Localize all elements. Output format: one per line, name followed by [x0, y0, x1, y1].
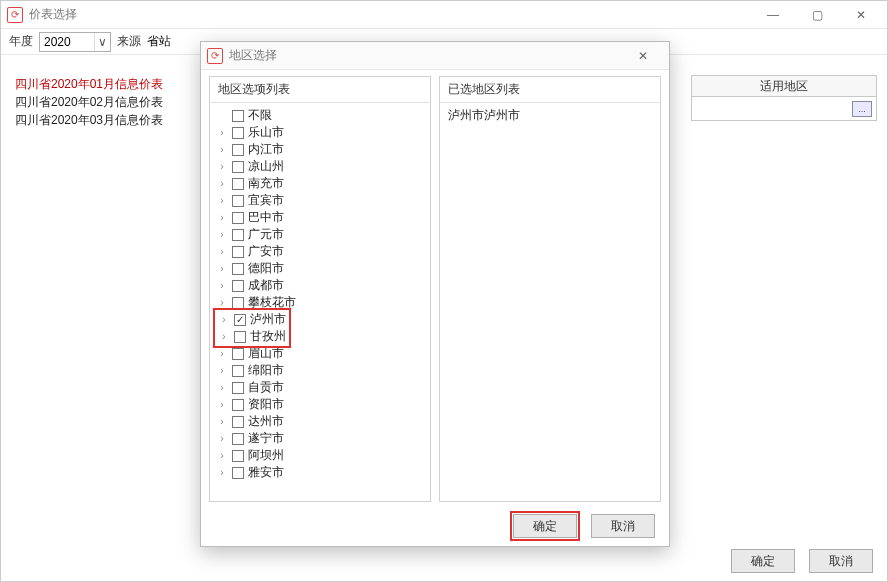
expand-icon[interactable]: ›: [216, 141, 228, 158]
close-button[interactable]: ✕: [839, 2, 883, 28]
expand-icon[interactable]: ›: [218, 328, 230, 345]
year-input[interactable]: [40, 33, 94, 51]
region-label: 内江市: [248, 141, 284, 158]
region-tree-node[interactable]: 不限: [216, 107, 428, 124]
maximize-button[interactable]: ▢: [795, 2, 839, 28]
parent-ok-button[interactable]: 确定: [731, 549, 795, 573]
options-panel: 地区选项列表 不限›乐山市›内江市›凉山州›南充市›宜宾市›巴中市›广元市›广安…: [209, 76, 431, 502]
dialog-close-button[interactable]: ✕: [621, 43, 665, 69]
expand-icon[interactable]: ›: [216, 158, 228, 175]
region-label: 自贡市: [248, 379, 284, 396]
region-checkbox[interactable]: [232, 280, 244, 292]
region-checkbox[interactable]: [234, 331, 246, 343]
region-checkbox[interactable]: [232, 297, 244, 309]
options-head: 地区选项列表: [210, 77, 430, 103]
price-table-row[interactable]: 四川省2020年02月信息价表: [15, 93, 199, 111]
region-checkbox[interactable]: [232, 229, 244, 241]
expand-icon[interactable]: ›: [216, 430, 228, 447]
region-tree-node[interactable]: ›甘孜州: [218, 328, 286, 345]
region-tree-node[interactable]: ›泸州市: [218, 311, 286, 328]
year-combo[interactable]: ∨: [39, 32, 111, 52]
region-tree[interactable]: 不限›乐山市›内江市›凉山州›南充市›宜宾市›巴中市›广元市›广安市›德阳市›成…: [210, 103, 430, 501]
region-tree-node[interactable]: ›内江市: [216, 141, 428, 158]
region-tree-node[interactable]: ›达州市: [216, 413, 428, 430]
region-label: 不限: [248, 107, 272, 124]
region-tree-node[interactable]: ›凉山州: [216, 158, 428, 175]
region-checkbox[interactable]: [232, 195, 244, 207]
region-checkbox[interactable]: [232, 161, 244, 173]
region-checkbox[interactable]: [232, 416, 244, 428]
region-checkbox[interactable]: [232, 246, 244, 258]
region-checkbox[interactable]: [232, 382, 244, 394]
region-tree-node[interactable]: ›广安市: [216, 243, 428, 260]
region-checkbox[interactable]: [232, 144, 244, 156]
expand-icon[interactable]: ›: [216, 294, 228, 311]
expand-icon[interactable]: ›: [216, 243, 228, 260]
region-tree-node[interactable]: ›眉山市: [216, 345, 428, 362]
region-checkbox[interactable]: [232, 433, 244, 445]
expand-icon[interactable]: ›: [216, 192, 228, 209]
region-tree-node[interactable]: ›乐山市: [216, 124, 428, 141]
region-tree-node[interactable]: ›广元市: [216, 226, 428, 243]
region-select-dialog: ⟳ 地区选择 ✕ 地区选项列表 不限›乐山市›内江市›凉山州›南充市›宜宾市›巴…: [200, 41, 670, 547]
region-checkbox[interactable]: [232, 110, 244, 122]
expand-icon[interactable]: ›: [216, 260, 228, 277]
dialog-cancel-button[interactable]: 取消: [591, 514, 655, 538]
region-checkbox[interactable]: [232, 178, 244, 190]
region-tree-node[interactable]: ›成都市: [216, 277, 428, 294]
area-value-cell: ...: [691, 97, 877, 121]
expand-icon[interactable]: ›: [216, 124, 228, 141]
region-checkbox[interactable]: [232, 263, 244, 275]
region-label: 达州市: [248, 413, 284, 430]
source-value: 省站: [147, 33, 171, 50]
expand-icon[interactable]: ›: [216, 464, 228, 481]
expand-icon[interactable]: ›: [216, 345, 228, 362]
caret-down-icon[interactable]: ∨: [94, 33, 110, 51]
area-header-block: 适用地区 ...: [691, 75, 877, 127]
region-tree-node[interactable]: ›自贡市: [216, 379, 428, 396]
region-tree-node[interactable]: ›南充市: [216, 175, 428, 192]
region-label: 遂宁市: [248, 430, 284, 447]
region-checkbox[interactable]: [232, 127, 244, 139]
region-checkbox[interactable]: [232, 450, 244, 462]
region-label: 宜宾市: [248, 192, 284, 209]
price-table-row[interactable]: 四川省2020年01月信息价表: [15, 75, 199, 93]
region-checkbox[interactable]: [232, 212, 244, 224]
region-tree-node[interactable]: ›巴中市: [216, 209, 428, 226]
expand-icon[interactable]: ›: [216, 226, 228, 243]
region-tree-node[interactable]: ›资阳市: [216, 396, 428, 413]
dialog-titlebar: ⟳ 地区选择 ✕: [201, 42, 669, 70]
minimize-button[interactable]: —: [751, 2, 795, 28]
region-label: 泸州市: [250, 311, 286, 328]
expand-icon[interactable]: ›: [216, 447, 228, 464]
region-checkbox[interactable]: [232, 399, 244, 411]
region-checkbox[interactable]: [232, 348, 244, 360]
region-label: 甘孜州: [250, 328, 286, 345]
expand-icon[interactable]: ›: [216, 379, 228, 396]
dialog-title: 地区选择: [229, 47, 277, 64]
region-tree-node[interactable]: ›攀枝花市: [216, 294, 428, 311]
region-checkbox[interactable]: [232, 365, 244, 377]
expand-icon[interactable]: ›: [216, 362, 228, 379]
expand-icon[interactable]: ›: [216, 396, 228, 413]
parent-cancel-button[interactable]: 取消: [809, 549, 873, 573]
region-label: 广安市: [248, 243, 284, 260]
region-label: 德阳市: [248, 260, 284, 277]
region-checkbox[interactable]: [234, 314, 246, 326]
region-tree-node[interactable]: ›宜宾市: [216, 192, 428, 209]
expand-icon[interactable]: ›: [216, 277, 228, 294]
expand-icon[interactable]: ›: [216, 209, 228, 226]
region-tree-node[interactable]: ›遂宁市: [216, 430, 428, 447]
region-tree-node[interactable]: ›绵阳市: [216, 362, 428, 379]
region-tree-node[interactable]: ›德阳市: [216, 260, 428, 277]
region-tree-node[interactable]: ›阿坝州: [216, 447, 428, 464]
expand-icon[interactable]: ›: [218, 311, 230, 328]
expand-icon[interactable]: ›: [216, 175, 228, 192]
dialog-ok-button[interactable]: 确定: [513, 514, 577, 538]
price-table-row[interactable]: 四川省2020年03月信息价表: [15, 111, 199, 129]
region-tree-node[interactable]: ›雅安市: [216, 464, 428, 481]
selected-panel: 已选地区列表 泸州市泸州市: [439, 76, 661, 502]
region-checkbox[interactable]: [232, 467, 244, 479]
ellipsis-button[interactable]: ...: [852, 101, 872, 117]
expand-icon[interactable]: ›: [216, 413, 228, 430]
